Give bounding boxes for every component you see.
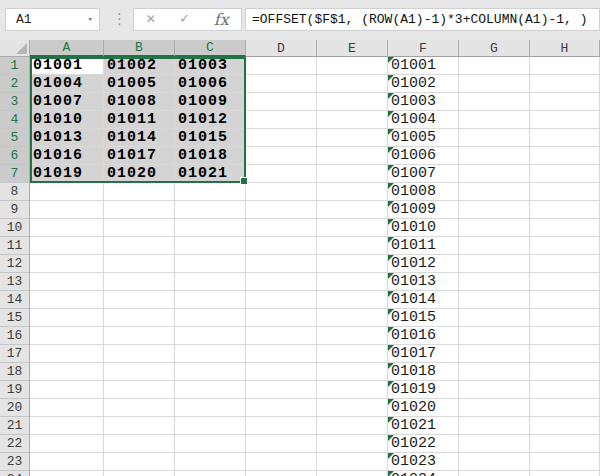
cell-A22[interactable] [30,435,104,453]
cell-B24[interactable] [104,471,175,476]
cell-B19[interactable] [104,381,175,399]
cell-A4[interactable]: 01010 [30,111,104,129]
cell-H8[interactable] [530,183,600,201]
row-header-8[interactable]: 8 [0,183,30,201]
cell-G18[interactable] [459,363,530,381]
row-header-17[interactable]: 17 [0,345,30,363]
cell-G10[interactable] [459,219,530,237]
cell-D23[interactable] [246,453,317,471]
cell-B20[interactable] [104,399,175,417]
cell-C5[interactable]: 01015 [175,129,246,147]
cell-F24[interactable]: 01024 [388,471,459,476]
row-header-6[interactable]: 6 [0,147,30,165]
cell-D7[interactable] [246,165,317,183]
cell-D16[interactable] [246,327,317,345]
cell-H1[interactable] [530,57,600,75]
cell-C23[interactable] [175,453,246,471]
cell-C10[interactable] [175,219,246,237]
row-header-15[interactable]: 15 [0,309,30,327]
cell-H12[interactable] [530,255,600,273]
cell-E17[interactable] [317,345,388,363]
row-header-2[interactable]: 2 [0,75,30,93]
cell-D4[interactable] [246,111,317,129]
cell-C24[interactable] [175,471,246,476]
formula-bar[interactable]: =OFFSET($F$1, (ROW(A1)-1)*3+COLUMN(A1)-1… [245,8,600,31]
cell-F2[interactable]: 01002 [388,75,459,93]
cell-F21[interactable]: 01021 [388,417,459,435]
cell-E22[interactable] [317,435,388,453]
cell-G24[interactable] [459,471,530,476]
cell-A20[interactable] [30,399,104,417]
cell-D6[interactable] [246,147,317,165]
cell-H18[interactable] [530,363,600,381]
cell-F14[interactable]: 01014 [388,291,459,309]
column-header-E[interactable]: E [317,40,388,57]
cell-B17[interactable] [104,345,175,363]
cell-F6[interactable]: 01006 [388,147,459,165]
row-header-23[interactable]: 23 [0,453,30,471]
row-header-14[interactable]: 14 [0,291,30,309]
cell-F17[interactable]: 01017 [388,345,459,363]
cell-B4[interactable]: 01011 [104,111,175,129]
cell-D3[interactable] [246,93,317,111]
cell-G8[interactable] [459,183,530,201]
cell-F19[interactable]: 01019 [388,381,459,399]
cell-F22[interactable]: 01022 [388,435,459,453]
cell-D19[interactable] [246,381,317,399]
cell-E19[interactable] [317,381,388,399]
cell-C21[interactable] [175,417,246,435]
cell-F5[interactable]: 01005 [388,129,459,147]
cell-F18[interactable]: 01018 [388,363,459,381]
cell-F8[interactable]: 01008 [388,183,459,201]
cell-B2[interactable]: 01005 [104,75,175,93]
cell-A23[interactable] [30,453,104,471]
cell-E21[interactable] [317,417,388,435]
cell-D14[interactable] [246,291,317,309]
cell-C15[interactable] [175,309,246,327]
cell-E3[interactable] [317,93,388,111]
cell-B15[interactable] [104,309,175,327]
row-header-24[interactable]: 24 [0,471,30,476]
cell-H14[interactable] [530,291,600,309]
cell-D13[interactable] [246,273,317,291]
cell-A6[interactable]: 01016 [30,147,104,165]
cell-E10[interactable] [317,219,388,237]
cell-H7[interactable] [530,165,600,183]
cell-D24[interactable] [246,471,317,476]
cell-B6[interactable]: 01017 [104,147,175,165]
cell-D5[interactable] [246,129,317,147]
row-header-5[interactable]: 5 [0,129,30,147]
row-header-22[interactable]: 22 [0,435,30,453]
column-header-H[interactable]: H [530,40,600,57]
cell-D22[interactable] [246,435,317,453]
cell-E20[interactable] [317,399,388,417]
cell-B3[interactable]: 01008 [104,93,175,111]
cell-A19[interactable] [30,381,104,399]
cell-G13[interactable] [459,273,530,291]
cell-E4[interactable] [317,111,388,129]
row-header-9[interactable]: 9 [0,201,30,219]
cell-C6[interactable]: 01018 [175,147,246,165]
cell-B10[interactable] [104,219,175,237]
cell-C12[interactable] [175,255,246,273]
cell-E24[interactable] [317,471,388,476]
cell-C4[interactable]: 01012 [175,111,246,129]
cell-E5[interactable] [317,129,388,147]
cell-F3[interactable]: 01003 [388,93,459,111]
column-header-D[interactable]: D [246,40,317,57]
name-box[interactable]: A1 ▾ [5,8,100,31]
cell-B22[interactable] [104,435,175,453]
cell-D12[interactable] [246,255,317,273]
cell-D10[interactable] [246,219,317,237]
cell-C16[interactable] [175,327,246,345]
cancel-icon[interactable]: ✕ [146,12,155,27]
cell-A11[interactable] [30,237,104,255]
cell-E2[interactable] [317,75,388,93]
cell-C22[interactable] [175,435,246,453]
cell-C14[interactable] [175,291,246,309]
cell-F16[interactable]: 01016 [388,327,459,345]
cell-H11[interactable] [530,237,600,255]
cell-F20[interactable]: 01020 [388,399,459,417]
cell-A7[interactable]: 01019 [30,165,104,183]
cell-B9[interactable] [104,201,175,219]
